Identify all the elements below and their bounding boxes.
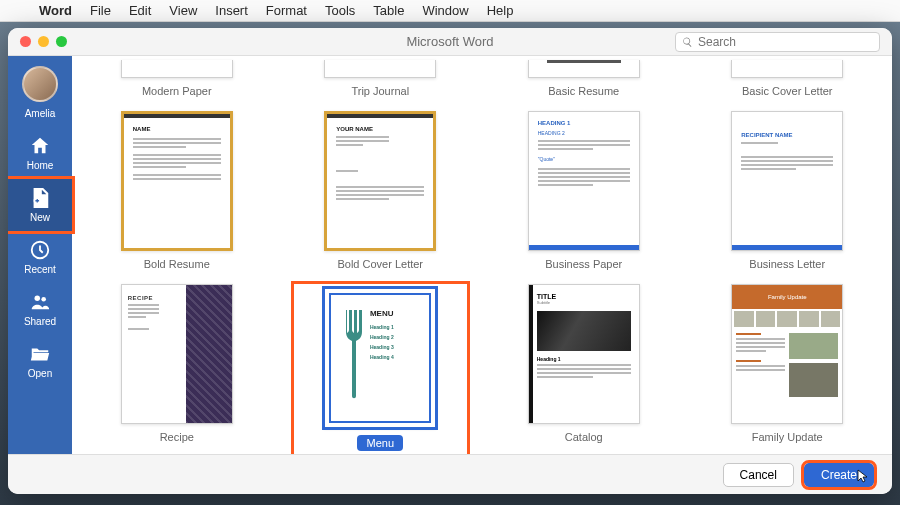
sidebar-item-open[interactable]: Open: [8, 335, 72, 387]
template-label: Basic Resume: [548, 85, 619, 97]
template-label: Business Letter: [749, 258, 825, 270]
template-label: Business Paper: [545, 258, 622, 270]
dialog-footer: Cancel Create: [8, 454, 892, 494]
template-search[interactable]: [675, 32, 880, 52]
cursor-icon: [857, 469, 869, 483]
sidebar-item-shared[interactable]: Shared: [8, 283, 72, 335]
sidebar-item-label: New: [30, 212, 50, 223]
clock-icon: [29, 239, 51, 261]
sidebar-item-label: Open: [28, 368, 52, 379]
user-name: Amelia: [25, 108, 56, 119]
search-icon: [682, 36, 693, 48]
menu-help[interactable]: Help: [478, 3, 523, 18]
template-card[interactable]: Trip Journal: [294, 60, 468, 107]
zoom-window-button[interactable]: [56, 36, 67, 47]
template-chooser-window: Microsoft Word Amelia Home New: [8, 28, 892, 494]
template-label: Recipe: [160, 431, 194, 443]
template-thumbnail: [121, 60, 233, 78]
template-thumbnail: RECIPE: [121, 284, 233, 424]
template-card[interactable]: RECIPE Recipe: [90, 284, 264, 454]
template-thumbnail: Family Update: [731, 284, 843, 424]
template-search-input[interactable]: [698, 35, 873, 49]
template-card[interactable]: HEADING 1 HEADING 2 "Quote" Business Pap…: [497, 111, 671, 280]
sidebar-item-label: Recent: [24, 264, 56, 275]
close-window-button[interactable]: [20, 36, 31, 47]
sidebar-item-home[interactable]: Home: [8, 127, 72, 179]
template-label: Trip Journal: [351, 85, 409, 97]
menu-table[interactable]: Table: [364, 3, 413, 18]
template-label: Menu: [357, 435, 403, 451]
template-card[interactable]: Basic Cover Letter: [701, 60, 875, 107]
template-gallery[interactable]: Modern Paper Trip Journal Basic Resume B…: [72, 56, 892, 454]
template-thumbnail: RECIPIENT NAME: [731, 111, 843, 251]
folder-open-icon: [29, 343, 51, 365]
menu-format[interactable]: Format: [257, 3, 316, 18]
sidebar-item-label: Home: [27, 160, 54, 171]
create-button[interactable]: Create: [804, 463, 874, 487]
template-card-menu[interactable]: MENU Heading 1 Heading 2 Heading 3 Headi…: [294, 284, 468, 454]
template-thumbnail: NAME: [121, 111, 233, 251]
template-card[interactable]: RECIPIENT NAME Business Letter: [701, 111, 875, 280]
template-card[interactable]: Family Update Family Update: [701, 284, 875, 454]
template-thumbnail: [324, 60, 436, 78]
template-card[interactable]: Modern Paper: [90, 60, 264, 107]
sidebar-item-label: Shared: [24, 316, 56, 327]
template-thumbnail: [731, 60, 843, 78]
minimize-window-button[interactable]: [38, 36, 49, 47]
sidebar: Amelia Home New Recent Shared: [8, 56, 72, 454]
template-thumbnail: TITLE Subtitle Heading 1: [528, 284, 640, 424]
template-label: Catalog: [565, 431, 603, 443]
home-icon: [29, 135, 51, 157]
sidebar-item-recent[interactable]: Recent: [8, 231, 72, 283]
cancel-button[interactable]: Cancel: [723, 463, 794, 487]
fork-icon: [340, 308, 368, 408]
app-name-menu[interactable]: Word: [30, 3, 81, 18]
new-document-icon: [29, 187, 51, 209]
create-button-label: Create: [821, 468, 857, 482]
menu-window[interactable]: Window: [413, 3, 477, 18]
template-thumbnail: HEADING 1 HEADING 2 "Quote": [528, 111, 640, 251]
menu-view[interactable]: View: [160, 3, 206, 18]
template-card[interactable]: Basic Resume: [497, 60, 671, 107]
template-label: Bold Cover Letter: [337, 258, 423, 270]
template-label: Basic Cover Letter: [742, 85, 832, 97]
svg-point-3: [41, 297, 46, 302]
menu-insert[interactable]: Insert: [206, 3, 257, 18]
traffic-lights: [8, 36, 67, 47]
svg-point-2: [35, 296, 41, 302]
template-card[interactable]: YOUR NAME Bold Cover Letter: [294, 111, 468, 280]
people-icon: [29, 291, 51, 313]
window-titlebar: Microsoft Word: [8, 28, 892, 56]
sidebar-item-new[interactable]: New: [8, 179, 72, 231]
mac-menubar: Word File Edit View Insert Format Tools …: [0, 0, 900, 22]
template-thumbnail: [528, 60, 640, 78]
template-label: Modern Paper: [142, 85, 212, 97]
template-thumbnail: YOUR NAME: [324, 111, 436, 251]
template-thumbnail: MENU Heading 1 Heading 2 Heading 3 Headi…: [324, 288, 436, 428]
desktop: Microsoft Word Amelia Home New: [0, 22, 900, 505]
menu-file[interactable]: File: [81, 3, 120, 18]
template-label: Bold Resume: [144, 258, 210, 270]
template-card[interactable]: TITLE Subtitle Heading 1 Catalog: [497, 284, 671, 454]
template-label: Family Update: [752, 431, 823, 443]
menu-edit[interactable]: Edit: [120, 3, 160, 18]
template-card[interactable]: NAME Bold Resume: [90, 111, 264, 280]
menu-tools[interactable]: Tools: [316, 3, 364, 18]
user-avatar[interactable]: [22, 66, 58, 102]
